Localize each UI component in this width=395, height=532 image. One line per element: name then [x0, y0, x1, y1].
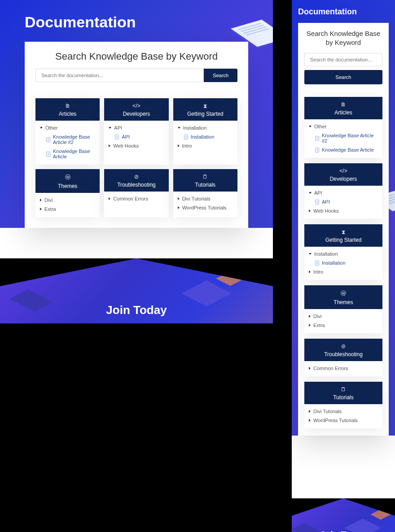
kb-category-collapsed[interactable]: Extra: [40, 205, 95, 214]
kb-card: ⧗Getting StartedInstallationInstallation…: [173, 98, 237, 165]
wordpress-icon: ⓦ: [308, 290, 379, 297]
kb-card-title: Themes: [58, 183, 77, 189]
kb-card: ⧗Getting StartedInstallationInstallation…: [304, 224, 382, 280]
kb-grid: 🗎ArticlesOtherKnowledge Base Article #2K…: [35, 98, 237, 217]
kb-card: </>DevelopersAPIAPIWeb Hooks: [104, 98, 168, 165]
kb-category-expanded[interactable]: API: [109, 123, 164, 132]
kb-category-collapsed[interactable]: Intro: [309, 267, 378, 276]
kb-card-title: Articles: [334, 109, 352, 116]
mobile-preview: Documentation Search Knowledge Base by K…: [292, 0, 395, 532]
kb-item-label: Knowledge Base Article: [322, 147, 374, 153]
kb-article-link[interactable]: API: [109, 132, 164, 141]
hero-section: Documentation Search Knowledge Base by K…: [0, 0, 273, 228]
kb-category-collapsed[interactable]: Web Hooks: [109, 141, 164, 150]
kb-article-link[interactable]: Installation: [309, 258, 378, 267]
kb-card: ⊘TroubleshootingCommon Errors: [104, 169, 168, 217]
search-input[interactable]: [35, 69, 204, 82]
kb-category-expanded[interactable]: Other: [309, 122, 378, 131]
kb-card-body: Common Errors: [304, 361, 382, 376]
kb-category-collapsed[interactable]: WordPress Tutorials: [309, 416, 378, 425]
document-icon: [315, 261, 319, 266]
kb-card-header: 🗎Articles: [35, 98, 100, 121]
kb-article-link[interactable]: Knowledge Base Article: [309, 145, 378, 154]
kb-card: 🗎ArticlesOtherKnowledge Base Article #2K…: [35, 98, 100, 165]
kb-article-link[interactable]: Knowledge Base Article #2: [309, 131, 378, 145]
kb-card-body: APIAPIWeb Hooks: [304, 186, 382, 219]
kb-card-body: Divi TutorialsWordPress Tutorials: [173, 192, 237, 216]
kb-category-collapsed[interactable]: Divi Tutorials: [309, 407, 378, 416]
hourglass-icon: ⧗: [177, 103, 234, 109]
cube-decoration: [371, 510, 391, 520]
kb-card-body: InstallationInstallationIntro: [173, 121, 237, 154]
kb-category-collapsed[interactable]: Divi: [309, 312, 378, 321]
kb-category-collapsed[interactable]: WordPress Tutorials: [178, 203, 233, 212]
kb-item-label: Other: [45, 125, 58, 131]
desktop-preview: Documentation Search Knowledge Base by K…: [0, 0, 273, 323]
chevron-right-icon: [309, 367, 311, 370]
kb-category-expanded[interactable]: API: [309, 188, 378, 197]
kb-category-collapsed[interactable]: Common Errors: [109, 194, 164, 203]
kb-article-link[interactable]: Knowledge Base Article #2: [40, 132, 95, 147]
search-button[interactable]: Search: [204, 69, 237, 82]
kb-category-expanded[interactable]: Other: [40, 123, 95, 132]
document-icon: [315, 136, 319, 141]
kb-category-collapsed[interactable]: Common Errors: [309, 364, 378, 373]
kb-card-title: Tutorials: [333, 394, 354, 401]
kb-item-label: API: [314, 190, 322, 196]
kb-article-link[interactable]: Installation: [178, 132, 233, 141]
kb-category-expanded[interactable]: Installation: [309, 249, 378, 258]
kb-card-header: 🗒Tutorials: [173, 169, 237, 192]
document-icon: [115, 135, 119, 140]
chevron-right-icon: [309, 315, 311, 318]
kb-card-title: Articles: [59, 111, 76, 117]
search-input[interactable]: [304, 53, 382, 66]
kb-category-collapsed[interactable]: Divi: [40, 196, 95, 205]
document-icon: [315, 200, 319, 205]
chevron-right-icon: [309, 324, 311, 327]
chevron-right-icon: [178, 206, 180, 209]
page-title: Documentation: [25, 13, 248, 31]
kb-item-label: Divi: [313, 314, 321, 319]
kb-item-label: Installation: [191, 134, 215, 140]
search-button[interactable]: Search: [304, 70, 382, 84]
kb-category-collapsed[interactable]: Extra: [309, 321, 378, 330]
join-title: Join Today: [18, 303, 255, 317]
kb-item-label: Installation: [322, 260, 346, 266]
kb-card-header: ⊘Troubleshooting: [304, 339, 382, 361]
hourglass-icon: ⧗: [308, 229, 379, 235]
kb-category-collapsed[interactable]: Divi Tutorials: [178, 194, 233, 203]
document-icon: [184, 135, 188, 140]
kb-card: 🗒TutorialsDivi TutorialsWordPress Tutori…: [304, 382, 382, 428]
join-section: Join Today Curabitur arcu erat, accumsan…: [0, 258, 273, 323]
document-icon: [46, 152, 50, 157]
kb-card-title: Developers: [123, 111, 150, 117]
kb-item-label: Common Errors: [313, 366, 348, 371]
clipboard-icon: 🗒: [177, 174, 234, 180]
kb-category-expanded[interactable]: Installation: [178, 123, 233, 132]
join-section: Join Today Curabitur arcu erat, accumsan…: [292, 498, 395, 532]
kb-article-link[interactable]: Knowledge Base Article: [40, 147, 95, 161]
search-row: Search: [35, 69, 237, 82]
kb-card-header: ⧗Getting Started: [173, 98, 237, 121]
kb-article-link[interactable]: API: [309, 197, 378, 206]
kb-card: ⊘TroubleshootingCommon Errors: [304, 339, 382, 376]
kb-card: ⓦThemesDiviExtra: [304, 285, 382, 333]
kb-card-title: Getting Started: [325, 237, 362, 243]
search-card: Search Knowledge Base by Keyword Search …: [25, 42, 248, 228]
kb-card: 🗒TutorialsDivi TutorialsWordPress Tutori…: [173, 169, 237, 217]
document-icon: 🗎: [308, 101, 379, 108]
wordpress-icon: ⓦ: [39, 174, 96, 181]
kb-card: 🗎ArticlesOtherKnowledge Base Article #2K…: [304, 97, 382, 158]
kb-item-label: Divi Tutorials: [182, 196, 211, 201]
kb-item-label: Installation: [183, 125, 207, 131]
chevron-right-icon: [309, 410, 311, 413]
triangle-spacer: [0, 228, 273, 258]
kb-item-label: Knowledge Base Article: [53, 148, 95, 159]
code-icon: </>: [108, 103, 165, 109]
search-card: Search Knowledge Base by Keyword Search …: [298, 23, 389, 436]
kb-card-body: InstallationInstallationIntro: [304, 247, 382, 280]
chevron-right-icon: [109, 197, 110, 200]
kb-category-collapsed[interactable]: Web Hooks: [309, 206, 378, 215]
cube-decoration: [216, 271, 245, 286]
kb-category-collapsed[interactable]: Intro: [178, 141, 233, 150]
